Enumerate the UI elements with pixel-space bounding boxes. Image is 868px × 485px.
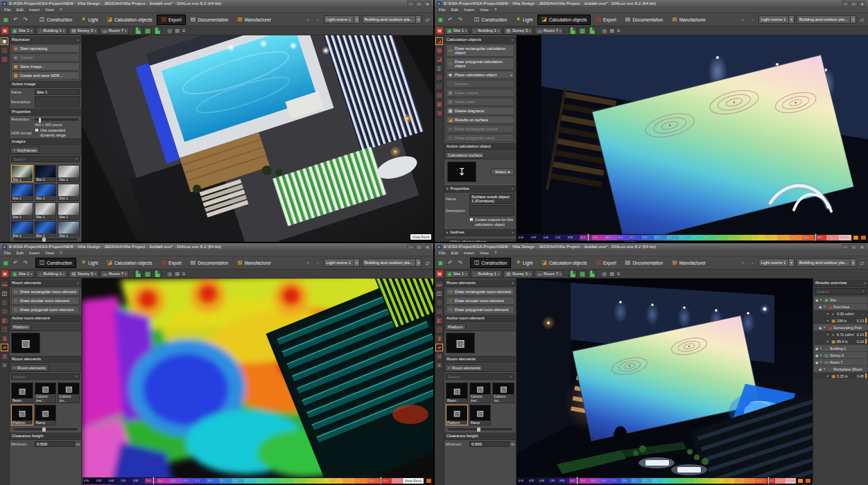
menu-item[interactable]: View [480,251,489,255]
resolution-slider[interactable] [35,118,78,121]
expander-icon[interactable]: ▸ [827,374,830,378]
false-color-scale[interactable]: 0.100.290.401.503.9010.611.413.115.017.1… [517,234,867,241]
mode-tab[interactable]: ▤ Documentation [621,15,667,25]
eye-icon[interactable]: ◉ [819,326,822,330]
pen-icon[interactable]: ▱ [858,16,866,24]
menu-item[interactable]: File [4,8,11,12]
roof-tool-icon[interactable]: ◧ [1,317,8,324]
close-button[interactable]: ✕ [424,244,431,249]
panel-button[interactable]: ▦ False colours [446,89,514,97]
false-color-scale[interactable]: 0.100.290.401.503.9010.611.413.115.017.1… [517,477,812,484]
mode-tab[interactable]: ◫ Construction [35,15,76,25]
search-input[interactable] [12,375,74,379]
collapse-icon[interactable]: « [512,230,514,234]
calc-cylinder-tool-icon[interactable]: ▯ [435,64,443,72]
fit-view-icon[interactable]: ⊞ [609,28,614,34]
panel-button[interactable]: ○ Draw circular room element [11,297,80,305]
window-tool-icon[interactable]: ▯ [435,299,443,306]
panel-button[interactable]: ◪ Results on surface [446,116,514,124]
panel-button[interactable]: ▭ Draw rectangular room element [11,288,80,296]
overflow-color-high[interactable] [805,478,811,484]
active-mode-icon[interactable]: ▤ [436,270,443,277]
mode-tab[interactable]: ☀ Light [77,258,102,268]
overflow-color-high[interactable] [426,478,432,484]
plan-view-select[interactable]: Building and outdoor pla... ▾ [797,258,856,267]
panel-button[interactable]: ▣ Save image... [11,62,80,71]
panel-button[interactable]: ◇ Draw polygonal room element [11,306,80,314]
minimize-button[interactable]: – [842,244,849,249]
mode-tab[interactable]: ◪ Calculation objects [103,258,156,268]
view-options-icon[interactable]: ≡ [182,28,186,34]
slider-handle[interactable] [42,238,46,242]
window-titlebar[interactable]: e E:\KSA-Project\KSA-Project\NEW - Villa… [0,243,433,250]
section-header[interactable]: ▾Properties« [444,184,516,193]
tab-keyframes[interactable]: Keyframes [10,147,40,154]
collapsed-section-header[interactable]: ▸ Isolines « [444,228,516,236]
wall-tool-icon[interactable]: ▬ [1,281,8,288]
image-thumbnail[interactable]: Site 1 [11,165,33,182]
results-tree-row[interactable]: ◉ ▾ ▱ Workplane (Room 7) [814,366,867,372]
window-tool-icon[interactable]: ▯ [1,299,8,306]
luminaires-visibility-icon[interactable]: ▙ [134,270,142,278]
menu-item[interactable]: File [439,8,446,12]
video-export-tool-icon[interactable]: ▥ [1,55,8,63]
breadcrumb-item[interactable]: ▣ Site 1 ▾ [444,270,469,278]
mode-tab[interactable]: ◫ Construction [470,258,511,268]
plan-view-select[interactable]: Building and outdoor pla... ▾ [362,15,422,24]
viewport-3d[interactable]: 0.100.290.401.503.9010.611.413.115.017.1… [517,35,868,242]
menu-item[interactable]: Insert [464,251,474,255]
element-tile[interactable]: ▧ Column (rec... [35,382,57,403]
results-tree-row[interactable]: ◉ ▾ ◪ Pool Area [814,303,867,310]
image-thumbnail[interactable]: Site 1 [11,184,33,201]
fit-view-icon[interactable]: ⊞ [175,271,180,277]
roof-tool-icon[interactable]: ◧ [435,317,443,324]
image-thumbnail[interactable]: Site 1 [11,202,33,220]
image-description-field[interactable] [35,96,80,107]
door-tool-icon[interactable]: ◫ [1,290,8,297]
orbit-view-icon[interactable]: ◎ [602,28,607,34]
cad-toggle-icon[interactable]: ▫ [304,16,312,24]
save-icon[interactable]: ▣ [437,259,444,267]
panel-button[interactable]: ▭ Draw rectangular cutout [446,125,514,133]
viewport-3d[interactable]: 0.100.290.401.503.9010.611.413.115.017.1… [82,279,433,485]
cad-toggle-icon[interactable]: ▫ [739,259,747,267]
image-thumbnail[interactable]: Site 1 [35,221,57,237]
menu-item[interactable]: View [45,251,54,255]
breadcrumb-item[interactable]: ▣ Site 1 ▾ [10,270,35,278]
menu-item[interactable]: Insert [464,8,474,12]
record-icon[interactable]: ▪ [749,259,756,267]
fit-view-icon[interactable]: ⊞ [609,271,614,277]
element-tile[interactable]: ▧ Beam [11,382,33,403]
tab-calculation-surface[interactable]: Calculation surface [445,152,485,159]
image-thumbnail[interactable]: Site 1 [11,221,33,237]
menu-item[interactable]: File [439,251,446,255]
element-tile[interactable]: ▧ Column (rec... [469,382,492,403]
undo-icon[interactable]: ↶ [446,16,454,24]
eye-icon[interactable]: ◉ [819,367,822,371]
luminaires-visibility-icon[interactable]: ▙ [568,270,577,278]
slider-handle[interactable] [42,427,46,432]
slab-tool-icon[interactable]: ▭ [435,308,443,315]
menu-item[interactable]: File [4,251,11,255]
luminaires-visibility-icon[interactable]: ▙ [134,27,142,35]
lamp-tool-icon[interactable]: ▙ [153,27,162,35]
breadcrumb-item[interactable]: ▭ Room 7 ▾ [535,27,564,35]
view-options-icon[interactable]: ≡ [182,271,186,277]
viewport-3d[interactable]: Vista Rend [82,35,433,242]
expander-icon[interactable]: ▸ [827,340,830,343]
collapsed-section-header[interactable]: ▸ Value chart settings « [444,238,516,242]
search-input[interactable] [446,375,509,379]
breadcrumb-item[interactable]: ▤ Storey 3 ▾ [69,27,98,35]
collapse-icon[interactable]: « [77,281,79,285]
slider-handle[interactable] [477,427,480,432]
panel-button[interactable]: ◇ Draw polygonal room element [446,306,514,314]
light-scene-on-icon[interactable]: ▩ [144,270,152,278]
menu-item[interactable]: ? [494,8,496,12]
results-tree-row[interactable]: ◉ ▸ ▤ Storey 3 [814,352,867,358]
redo-icon[interactable]: ↷ [456,259,464,267]
results-tree-row[interactable]: ◉ ▾ ▣ Site [814,297,867,303]
expander-icon[interactable]: ▸ [820,353,823,357]
light-scene-select[interactable]: Light scene 1 ▾ [324,15,360,24]
panel-button[interactable]: ◉ Start raytracing [11,44,80,53]
element-tile[interactable]: ▧ Beam [446,382,468,403]
